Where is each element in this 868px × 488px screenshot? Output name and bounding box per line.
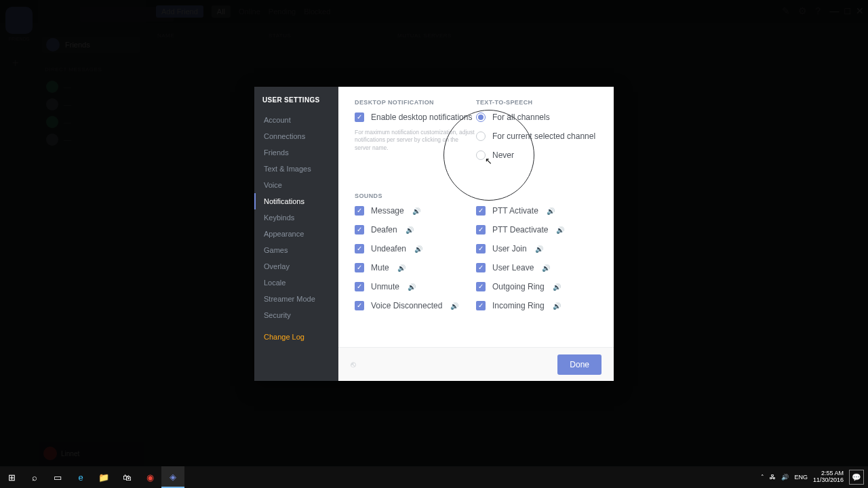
tray-clock[interactable]: 2:55 AM11/30/2016	[813, 470, 844, 484]
task-view-button[interactable]: ▭	[46, 466, 69, 488]
sound-preview-icon[interactable]: 🔊	[547, 207, 555, 215]
desktop-note: For maximum notification customization, …	[355, 129, 476, 152]
radio-tts-current-channel[interactable]: For current selected channel	[476, 131, 597, 141]
nav-security[interactable]: Security	[254, 307, 338, 323]
nav-keybinds[interactable]: Keybinds	[254, 209, 338, 226]
taskbar-chrome[interactable]: ◉	[138, 466, 161, 488]
radio-icon	[476, 113, 486, 122]
checkbox-enable-desktop-notifications[interactable]: Enable desktop notifications	[355, 113, 476, 122]
search-button[interactable]: ⌕	[23, 466, 46, 488]
radio-label: For all channels	[492, 113, 550, 122]
checkbox-sound-outgoing-ring[interactable]: Outgoing Ring🔊	[476, 282, 597, 291]
sound-preview-icon[interactable]: 🔊	[412, 207, 420, 215]
checkbox-label: Enable desktop notifications	[371, 113, 472, 122]
nav-text-images[interactable]: Text & Images	[254, 161, 338, 177]
tray-chevron-icon[interactable]: ˄	[761, 474, 764, 481]
nav-change-log[interactable]: Change Log	[254, 329, 338, 345]
tray-language[interactable]: ENG	[794, 474, 808, 481]
section-tts-header: TEXT-TO-SPEECH	[476, 99, 597, 106]
tray-volume-icon[interactable]: 🔊	[781, 474, 789, 481]
checkbox-sound-deafen[interactable]: Deafen🔊	[355, 225, 476, 235]
radio-label: For current selected channel	[492, 131, 595, 141]
tray-network-icon[interactable]: 🖧	[770, 474, 776, 481]
taskbar-store[interactable]: 🛍	[115, 466, 138, 488]
checkbox-sound-voice-disconnected[interactable]: Voice Disconnected🔊	[355, 301, 476, 310]
nav-friends[interactable]: Friends	[254, 144, 338, 161]
section-sounds-header: SOUNDS	[355, 192, 597, 199]
sound-preview-icon[interactable]: 🔊	[397, 264, 406, 272]
nav-streamer-mode[interactable]: Streamer Mode	[254, 291, 338, 307]
user-settings-modal: USER SETTINGS Account Connections Friend…	[254, 87, 614, 381]
nav-account[interactable]: Account	[254, 112, 338, 128]
sound-preview-icon[interactable]: 🔊	[450, 302, 458, 310]
start-button[interactable]: ⊞	[0, 466, 23, 488]
nav-overlay[interactable]: Overlay	[254, 258, 338, 274]
radio-tts-all-channels[interactable]: For all channels	[476, 113, 597, 122]
checkbox-sound-undeafen[interactable]: Undeafen🔊	[355, 244, 476, 253]
sound-preview-icon[interactable]: 🔊	[556, 226, 564, 234]
nav-voice[interactable]: Voice	[254, 177, 338, 193]
radio-icon	[476, 131, 486, 141]
section-desktop-header: DESKTOP NOTIFICATION	[355, 99, 476, 106]
checkbox-sound-user-leave[interactable]: User Leave🔊	[476, 263, 597, 272]
taskbar-discord[interactable]: ◈	[161, 466, 184, 488]
checkbox-sound-unmute[interactable]: Unmute🔊	[355, 282, 476, 291]
checkbox-sound-incoming-ring[interactable]: Incoming Ring🔊	[476, 301, 597, 310]
checkbox-sound-user-join[interactable]: User Join🔊	[476, 244, 597, 253]
radio-icon	[476, 150, 486, 160]
done-button[interactable]: Done	[557, 354, 601, 375]
sound-preview-icon[interactable]: 🔊	[408, 283, 416, 291]
logout-icon[interactable]: ⎋	[351, 359, 356, 369]
nav-locale[interactable]: Locale	[254, 274, 338, 291]
sound-preview-icon[interactable]: 🔊	[414, 245, 422, 253]
system-tray[interactable]: ˄ 🖧 🔊 ENG 2:55 AM11/30/2016 💬	[761, 466, 864, 488]
sound-preview-icon[interactable]: 🔊	[406, 226, 414, 234]
check-icon	[355, 113, 364, 122]
windows-taskbar: ⊞ ⌕ ▭ e 📁 🛍 ◉ ◈ ˄ 🖧 🔊 ENG 2:55 AM11/30/2…	[0, 466, 868, 488]
settings-title: USER SETTINGS	[262, 96, 338, 104]
checkbox-sound-ptt-deactivate[interactable]: PTT Deactivate🔊	[476, 225, 597, 235]
taskbar-edge[interactable]: e	[69, 466, 92, 488]
settings-nav: USER SETTINGS Account Connections Friend…	[254, 87, 338, 381]
sound-preview-icon[interactable]: 🔊	[542, 264, 550, 272]
taskbar-explorer[interactable]: 📁	[92, 466, 115, 488]
sound-preview-icon[interactable]: 🔊	[535, 245, 543, 253]
nav-connections[interactable]: Connections	[254, 128, 338, 144]
sound-preview-icon[interactable]: 🔊	[553, 283, 561, 291]
checkbox-sound-mute[interactable]: Mute🔊	[355, 263, 476, 272]
nav-notifications[interactable]: Notifications	[254, 193, 338, 209]
radio-label: Never	[492, 150, 514, 160]
checkbox-sound-ptt-activate[interactable]: PTT Activate🔊	[476, 206, 597, 216]
nav-appearance[interactable]: Appearance	[254, 226, 338, 242]
tray-action-center-icon[interactable]: 💬	[849, 470, 864, 485]
radio-tts-never[interactable]: Never	[476, 150, 597, 160]
sound-preview-icon[interactable]: 🔊	[553, 302, 561, 310]
checkbox-sound-message[interactable]: Message🔊	[355, 206, 476, 216]
nav-games[interactable]: Games	[254, 242, 338, 258]
